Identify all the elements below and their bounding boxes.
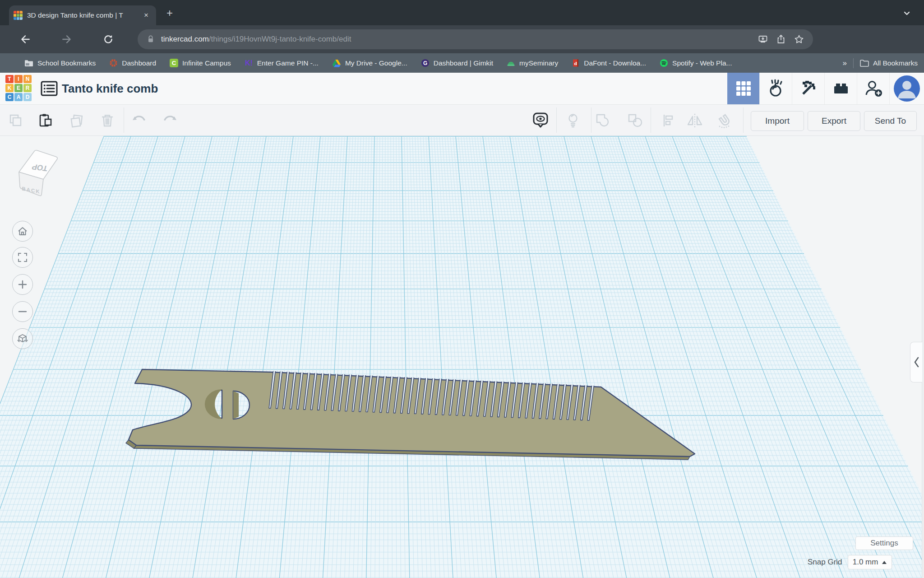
lightbulb-icon: [565, 112, 581, 129]
ruler-magnet-icon: [714, 112, 732, 129]
settings-button[interactable]: Settings: [855, 536, 913, 550]
snap-grid-label: Snap Grid: [808, 558, 842, 567]
svg-text:G: G: [423, 60, 427, 66]
canvas-icon: [109, 59, 118, 67]
copy-button[interactable]: [6, 111, 26, 130]
tab-search-chevron-icon[interactable]: [902, 9, 911, 18]
redo-button[interactable]: [160, 111, 180, 130]
align-button[interactable]: [659, 111, 679, 130]
zoom-in-icon: [17, 279, 28, 290]
bricks-export-button[interactable]: [824, 73, 857, 104]
address-bar[interactable]: tinkercad.com/things/i19HovnWt9j-tanto-k…: [138, 29, 813, 49]
account-avatar[interactable]: [889, 73, 924, 104]
svg-text:K!: K!: [245, 59, 253, 67]
mirror-icon: [686, 113, 704, 128]
group-button[interactable]: [593, 111, 613, 130]
duplicate-icon: [69, 113, 84, 128]
mirror-button[interactable]: [685, 111, 705, 130]
all-bookmarks-label: All Bookmarks: [873, 59, 918, 67]
bookmark-label: mySeminary: [519, 59, 558, 67]
show-all-icon: [532, 112, 549, 130]
align-icon: [661, 113, 676, 128]
toolbar-divider: [591, 107, 591, 133]
dashboard-grid-button[interactable]: [727, 73, 759, 104]
duplicate-button[interactable]: [67, 111, 87, 130]
paste-button[interactable]: [35, 111, 55, 130]
spotify-icon: [660, 59, 668, 67]
back-button[interactable]: [17, 31, 33, 47]
simlab-button[interactable]: [759, 73, 792, 104]
logo-tile: T: [5, 75, 14, 83]
share-icon[interactable]: [773, 32, 789, 47]
editor-toolbar: Import Export Send To: [0, 105, 924, 136]
zoom-in-button[interactable]: [12, 274, 33, 295]
design-title[interactable]: Tanto knife comb: [62, 73, 158, 105]
send-to-button[interactable]: Send To: [864, 111, 917, 131]
perspective-toggle-button[interactable]: [12, 328, 33, 349]
export-button[interactable]: Export: [808, 111, 860, 131]
bookmark-kahoot[interactable]: K! Enter Game PIN -...: [245, 59, 319, 67]
new-tab-button[interactable]: +: [163, 7, 176, 20]
bookmark-myseminary[interactable]: mySeminary: [507, 59, 558, 67]
view-cube[interactable]: TOP BACK: [13, 144, 63, 201]
dafont-icon: d: [572, 59, 580, 67]
show-all-button[interactable]: [531, 111, 550, 130]
logo-tile: R: [23, 84, 32, 92]
brick-icon: [832, 79, 850, 98]
bookmark-google-drive[interactable]: My Drive - Google...: [332, 59, 407, 67]
import-button[interactable]: Import: [751, 111, 804, 131]
reload-button[interactable]: [100, 31, 116, 47]
viewport-3d[interactable]: TOP BACK Settings Snap Grid 1.0 mm: [0, 136, 924, 578]
myseminary-icon: [507, 59, 515, 67]
zoom-out-button[interactable]: [12, 301, 33, 322]
tab-title: 3D design Tanto knife comb | T: [27, 11, 141, 19]
folder-icon: [24, 60, 33, 67]
home-view-button[interactable]: [12, 221, 33, 242]
redo-icon: [162, 113, 178, 128]
bookmark-gimkit[interactable]: G Dashboard | Gimkit: [421, 59, 493, 67]
toolbar-divider: [743, 107, 744, 133]
undo-button[interactable]: [129, 111, 149, 130]
fit-view-button[interactable]: [12, 247, 33, 268]
simlab-tomato-icon: [767, 79, 785, 98]
bookmark-infinite-campus[interactable]: C Infinite Campus: [170, 59, 231, 67]
all-bookmarks-button[interactable]: All Bookmarks: [860, 59, 918, 67]
tab-close-icon[interactable]: ×: [141, 10, 152, 21]
copy-icon: [8, 113, 23, 128]
bookmark-canvas-dashboard[interactable]: Dashboard: [109, 59, 156, 67]
delete-button[interactable]: [97, 111, 117, 130]
browser-tab[interactable]: 3D design Tanto knife comb | T ×: [9, 5, 156, 25]
minecraft-export-button[interactable]: [792, 73, 824, 104]
tinkercad-header: TINKERCAD Tanto knife comb: [0, 73, 924, 105]
home-view-icon: [17, 225, 28, 237]
logo-tile: I: [14, 75, 23, 83]
tinkercad-logo[interactable]: TINKERCAD: [5, 75, 32, 101]
bookmark-label: Enter Game PIN -...: [257, 59, 319, 67]
ungroup-button[interactable]: [625, 111, 645, 130]
design-properties-button[interactable]: [39, 79, 60, 98]
bookmark-label: Dashboard | Gimkit: [434, 59, 493, 67]
ungroup-icon: [627, 112, 644, 129]
forward-button[interactable]: [59, 31, 75, 47]
snap-grid-dropdown[interactable]: 1.0 mm: [848, 555, 892, 569]
logo-tile: C: [5, 93, 14, 101]
logo-tile: A: [14, 93, 23, 101]
zoom-out-icon: [17, 306, 28, 317]
bookmark-dafont[interactable]: d DaFont - Downloa...: [572, 59, 646, 67]
avatar-icon: [893, 75, 920, 102]
svg-text:C: C: [172, 60, 176, 66]
logo-tile: E: [14, 84, 23, 92]
ruler-magnet-button[interactable]: [713, 111, 733, 130]
bookmark-spotify[interactable]: Spotify - Web Pla...: [660, 59, 732, 67]
drive-icon: [332, 59, 341, 67]
undo-icon: [131, 113, 147, 128]
svg-text:d: d: [574, 61, 578, 66]
lightbulb-button[interactable]: [563, 111, 583, 130]
install-app-icon[interactable]: [755, 32, 771, 47]
expand-panel-handle[interactable]: [910, 342, 922, 382]
bookmark-star-icon[interactable]: [791, 32, 807, 47]
bookmarks-divider: [853, 58, 854, 68]
bookmarks-overflow-chevron[interactable]: »: [842, 59, 846, 68]
invite-collaborate-button[interactable]: [857, 73, 889, 104]
bookmark-school-bookmarks[interactable]: School Bookmarks: [24, 59, 96, 67]
